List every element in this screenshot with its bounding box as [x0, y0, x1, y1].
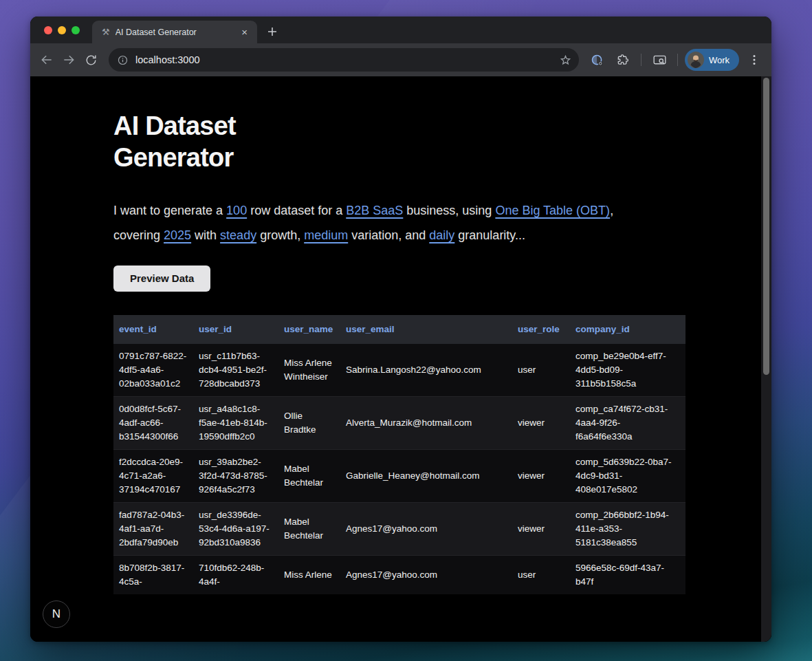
table-cell: Agnes17@yahoo.com	[340, 556, 512, 595]
extensions-puzzle-icon	[616, 53, 630, 67]
data-table-container: event_iduser_iduser_nameuser_emailuser_r…	[113, 315, 685, 594]
table-cell: Agnes17@yahoo.com	[340, 503, 512, 556]
prompt-text: growth,	[256, 228, 304, 242]
table-row: 8b708f2b-3817-4c5a-710fdb62-248b-4a4f-Mi…	[113, 556, 685, 595]
extensions-button[interactable]	[612, 49, 634, 71]
table-cell: usr_39ab2be2-3f2d-473d-8785-926f4a5c2f73	[193, 450, 278, 503]
kebab-menu-icon	[749, 54, 760, 65]
column-header: company_id	[570, 315, 680, 344]
prompt-link[interactable]: One Big Table (OBT)	[495, 204, 610, 217]
reload-button[interactable]	[80, 49, 102, 71]
browser-window: ⚒ AI Dataset Generator × localhost:3000	[30, 17, 771, 642]
table-cell: comp_2b66bbf2-1b94-411e-a353-5181c38ea85…	[570, 503, 680, 556]
prompt-link[interactable]: daily	[429, 228, 454, 242]
profile-avatar	[688, 52, 704, 68]
prompt-link[interactable]: 2025	[164, 228, 191, 242]
profile-label: Work	[709, 55, 729, 65]
pinned-extension-button[interactable]	[586, 49, 608, 71]
close-window-button[interactable]	[44, 26, 52, 34]
prompt-text: with	[191, 228, 220, 242]
zoom-window-button[interactable]	[72, 26, 80, 34]
browser-menu-button[interactable]	[743, 49, 765, 71]
tab-close-icon[interactable]: ×	[239, 25, 250, 39]
prompt-link[interactable]: B2B SaaS	[346, 204, 403, 217]
column-header: event_id	[113, 315, 193, 344]
table-cell: usr_c11b7b63-dcb4-4951-be2f-728dbcabd373	[193, 344, 278, 397]
prompt: I want to generate a 100 row dataset for…	[113, 198, 771, 248]
page-scrollbar	[761, 76, 771, 642]
table-cell-clipped: l	[680, 397, 685, 450]
tab-strip: ⚒ AI Dataset Generator ×	[30, 17, 771, 43]
table-cell: fad787a2-04b3-4af1-aa7d-2bdfa79d90eb	[113, 503, 193, 556]
nextjs-n-letter: N	[52, 607, 61, 621]
page-title: AI Dataset Generator	[113, 110, 285, 173]
new-tab-button[interactable]	[263, 22, 282, 41]
table-cell: 5966e58c-69df-43a7-b47f	[570, 556, 680, 595]
table-cell: viewer	[512, 450, 570, 503]
table-cell: Mabel Bechtelar	[278, 503, 340, 556]
column-header: user_id	[193, 315, 278, 344]
table-row: 0d0d8fcf-5c67-4adf-ac66-b31544300f66usr_…	[113, 397, 685, 450]
prompt-text: variation, and	[348, 228, 429, 242]
column-header-clipped: c	[680, 315, 685, 344]
table-cell: 8b708f2b-3817-4c5a-	[113, 556, 193, 595]
tab-search-button[interactable]	[648, 49, 670, 71]
plus-icon	[267, 27, 277, 36]
profile-button[interactable]: Work	[685, 49, 739, 71]
pinned-extension-icon	[590, 53, 604, 67]
table-cell: f2dccdca-20e9-4c71-a2a6-37194c470167	[113, 450, 193, 503]
prompt-text: granularity...	[454, 228, 525, 242]
table-cell: Alverta_Murazik@hotmail.com	[340, 397, 512, 450]
preview-data-button[interactable]: Preview Data	[113, 266, 210, 292]
address-bar[interactable]: localhost:3000	[109, 48, 579, 72]
table-row: 0791c787-6822-4df5-a4a6-02ba033a01c2usr_…	[113, 344, 685, 397]
browser-tab[interactable]: ⚒ AI Dataset Generator ×	[92, 21, 257, 43]
scrollbar-thumb[interactable]	[763, 78, 769, 375]
table-cell: Miss Arlene Wintheiser	[278, 344, 340, 397]
prompt-link[interactable]: 100	[226, 204, 247, 217]
table-cell-clipped: l	[680, 503, 685, 556]
table-cell: user	[512, 556, 570, 595]
prompt-text: covering	[113, 228, 164, 242]
table-cell: viewer	[512, 397, 570, 450]
table-cell: 0791c787-6822-4df5-a4a6-02ba033a01c2	[113, 344, 193, 397]
table-cell: comp_be29e0b4-eff7-4dd5-bd09-311b5b158c5…	[570, 344, 680, 397]
table-cell: 0d0d8fcf-5c67-4adf-ac66-b31544300f66	[113, 397, 193, 450]
prompt-line: covering 2025 with steady growth, medium…	[113, 223, 771, 248]
table-row: fad787a2-04b3-4af1-aa7d-2bdfa79d90ebusr_…	[113, 503, 685, 556]
column-header: user_name	[278, 315, 340, 344]
forward-arrow-icon	[62, 53, 76, 67]
table-cell: comp_ca74f672-cb31-4aa4-9f26-f6a64f6e330…	[570, 397, 680, 450]
reload-icon	[85, 54, 98, 67]
prompt-text: I want to generate a	[113, 204, 226, 217]
toolbar-separator	[677, 54, 678, 66]
table-row: f2dccdca-20e9-4c71-a2a6-37194c470167usr_…	[113, 450, 685, 503]
back-button[interactable]	[36, 49, 58, 71]
table-cell: Mabel Bechtelar	[278, 450, 340, 503]
toolbar-separator	[641, 54, 641, 66]
data-table: event_iduser_iduser_nameuser_emailuser_r…	[113, 315, 685, 594]
page-container: AI Dataset Generator I want to generate …	[30, 76, 771, 594]
prompt-text: ,	[610, 204, 613, 217]
forward-button[interactable]	[58, 49, 80, 71]
hammer-wrench-favicon-icon: ⚒	[102, 28, 110, 36]
table-cell: Miss Arlene	[278, 556, 340, 595]
column-header: user_role	[512, 315, 570, 344]
url-text[interactable]: localhost:3000	[135, 54, 552, 65]
prompt-link[interactable]: medium	[304, 228, 348, 242]
tab-title: AI Dataset Generator	[116, 28, 234, 37]
table-cell: Sabrina.Langosh22@yahoo.com	[340, 344, 512, 397]
table-cell: 710fdb62-248b-4a4f-	[193, 556, 278, 595]
table-cell: user	[512, 344, 570, 397]
nextjs-dev-badge[interactable]: N	[43, 600, 70, 628]
table-cell-clipped: l	[680, 556, 685, 595]
tab-search-icon	[652, 53, 667, 67]
site-info-icon[interactable]	[117, 54, 129, 66]
table-cell-clipped: l	[680, 450, 685, 503]
minimize-window-button[interactable]	[58, 26, 66, 34]
desktop-background: ⚒ AI Dataset Generator × localhost:3000	[0, 0, 812, 661]
prompt-text: row dataset for a	[247, 204, 346, 217]
bookmark-star-icon[interactable]	[559, 54, 572, 67]
browser-toolbar: localhost:3000 Work	[30, 43, 771, 76]
prompt-link[interactable]: steady	[220, 228, 256, 242]
